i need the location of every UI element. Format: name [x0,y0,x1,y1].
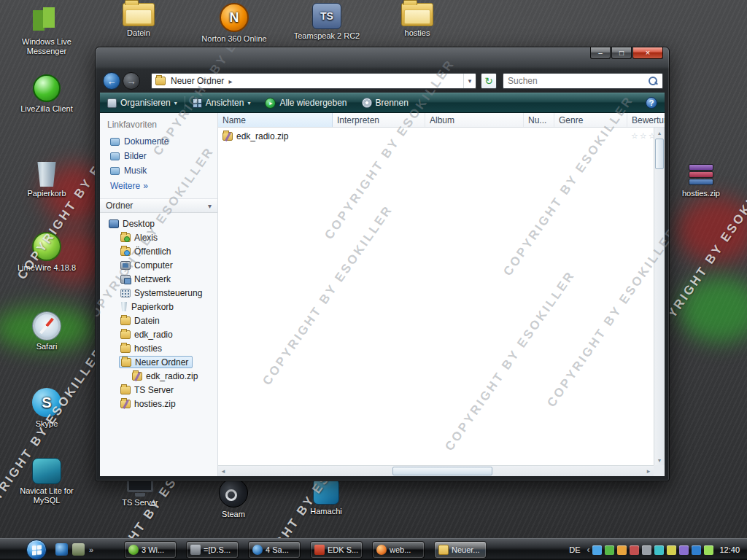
tray-icon-6[interactable] [654,545,664,555]
desktop-icon-livezilla[interactable]: LiveZilla Client [18,74,76,114]
tree-item-hosties-zip[interactable]: hosties.zip [100,397,217,411]
horizontal-scrollbar[interactable]: ◂ ▸ [218,465,654,476]
desktop-icon-safari[interactable]: Safari [18,312,76,351]
column-header-interpreten[interactable]: Interpreten [333,113,425,127]
views-menu-button[interactable]: Ansichten ▾ [185,95,258,111]
organize-menu-button[interactable]: Organisieren ▾ [100,95,185,111]
column-header-bewertung[interactable]: Bewertung [627,113,665,127]
folder-tree: Desktop Alexis Öffentlich Computer Netzw… [100,213,217,411]
refresh-button[interactable]: ↻ [481,73,497,89]
back-button[interactable]: ← [103,72,120,90]
browser-icon [376,545,387,555]
desktop-icon-hamachi[interactable]: Hamachi [303,478,349,516]
tree-item-ts-server[interactable]: TS Server [100,383,217,397]
desktop-icon-navicat[interactable]: Navicat Lite for MySQL [10,458,83,505]
tree-item-neuer-ordner[interactable]: Neuer Ordner [100,355,217,369]
quick-launch-icon[interactable] [55,543,68,556]
start-button[interactable] [26,540,47,560]
breadcrumb-location[interactable]: Neuer Ordner [171,76,224,86]
language-indicator[interactable]: DE [565,544,584,556]
favorite-bilder[interactable]: Bilder [100,149,217,163]
tree-item-oeffentlich[interactable]: Öffentlich [100,244,217,258]
minimize-button[interactable]: – [590,47,611,59]
tree-item-hosties[interactable]: hosties [100,341,217,355]
desktop-icon-hosties-zip[interactable]: hosties.zip [677,164,725,198]
desktop-icon-label: Teamspeak 2 RC2 [290,31,363,41]
help-button[interactable]: ? [646,97,657,109]
desktop-icon-papierkorb[interactable]: Papierkorb [18,162,76,198]
desktop-icon-label: Navicat Lite for MySQL [10,486,83,505]
recycle-bin-icon [36,162,58,187]
network-icon[interactable] [692,545,701,555]
desktop-icon-limewire[interactable]: LimeWire 4.18.8 [14,232,80,273]
favorite-dokumente[interactable]: Dokumente [100,134,217,149]
chevron-down-icon: ▾ [208,202,212,210]
play-all-button[interactable]: ► Alle wiedergeben [258,95,354,111]
address-dropdown-button[interactable]: ▾ [463,74,476,88]
column-header-name[interactable]: Name [218,113,333,127]
scroll-up-button[interactable]: ▴ [654,128,665,138]
tray-icon-2[interactable] [605,545,614,555]
desktop-icon-label: LiveZilla Client [18,104,76,114]
tree-item-edk-radio-zip[interactable]: edk_radio.zip [100,369,217,383]
vertical-scroll-thumb[interactable] [655,139,664,169]
desktop-icon-skype[interactable]: S Skype [18,388,76,429]
taskbar-button-neuer-ordner[interactable]: Neuer... [434,541,487,559]
favorites-more-link[interactable]: Weitere » [100,178,217,194]
tree-item-alexis[interactable]: Alexis [100,230,217,244]
desktop-icon-teamspeak[interactable]: TS Teamspeak 2 RC2 [290,3,363,41]
tree-item-datein[interactable]: Datein [100,314,217,327]
scroll-right-button[interactable]: ▸ [643,466,654,476]
search-icon[interactable] [649,77,658,86]
file-row[interactable]: edk_radio.zip [220,130,332,143]
clock[interactable]: 12:40 [716,545,743,554]
desktop-icon-messenger[interactable]: Windows Live Messenger [10,6,83,56]
desktop-icon-hosties[interactable]: hosties [394,3,441,38]
taskbar-button-sa[interactable]: 4 Sa... [248,541,301,559]
maximize-button[interactable]: □ [611,47,632,59]
tray-collapse-icon[interactable]: ‹ [587,545,589,555]
scroll-left-button[interactable]: ◂ [218,466,228,476]
folders-band[interactable]: Ordner ▾ [100,198,217,213]
tray-icon-7[interactable] [667,545,676,555]
tree-item-edk-radio[interactable]: edk_radio [100,327,217,341]
breadcrumb-arrow-icon[interactable]: ▸ [228,77,232,85]
taskbar-button-ds[interactable]: =[D.S... [186,541,239,559]
tree-item-desktop[interactable]: Desktop [100,217,217,230]
play-all-label: Alle wiedergeben [279,98,347,108]
tray-icon-3[interactable] [617,545,627,555]
vertical-scrollbar[interactable]: ▴ ▾ [654,128,665,465]
forward-button[interactable]: → [123,72,140,90]
taskbar-button-web[interactable]: web... [372,541,425,559]
tray-icon-5[interactable] [642,545,651,555]
taskbar-button-label: 4 Sa... [266,545,289,554]
explorer-body: Linkfavoriten Dokumente Bilder Musik Wei… [100,113,665,476]
tray-icon-4[interactable] [630,545,639,555]
column-header-nummer[interactable]: Nu... [524,113,554,127]
search-input[interactable] [503,76,649,86]
taskbar-button-group-windows[interactable]: 3 Wi... [124,541,177,559]
quick-launch-icon[interactable] [72,543,85,556]
desktop-icon-norton[interactable]: N Norton 360 Online [201,3,268,44]
tree-item-netzwerk[interactable]: Netzwerk [100,272,217,286]
desktop-icon-steam[interactable]: Steam [210,478,257,519]
taskbar-button-edk[interactable]: EDK S... [310,541,363,559]
breadcrumb[interactable]: Neuer Ordner ▸ ▾ [151,73,476,89]
tree-item-computer[interactable]: Computer [100,258,217,272]
scroll-down-button[interactable]: ▾ [654,455,665,465]
tree-item-systemsteuerung[interactable]: Systemsteuerung [100,286,217,300]
taskbar-buttons: 3 Wi... =[D.S... 4 Sa... EDK S... web...… [124,541,487,559]
volume-icon[interactable] [704,545,713,555]
norton-icon: N [220,3,249,32]
close-button[interactable]: × [632,47,663,59]
desktop-icon-datein[interactable]: Datein [115,3,162,38]
tray-icon-1[interactable] [592,545,602,555]
column-header-album[interactable]: Album [425,113,524,127]
tray-icon-8[interactable] [679,545,689,555]
burn-button[interactable]: Brennen [355,95,416,111]
tree-item-papierkorb[interactable]: Papierkorb [100,300,217,314]
column-header-genre[interactable]: Genre [554,113,627,127]
favorite-musik[interactable]: Musik [100,163,217,178]
horizontal-scroll-thumb[interactable] [392,467,492,475]
quick-launch-overflow-icon[interactable]: » [89,545,93,554]
